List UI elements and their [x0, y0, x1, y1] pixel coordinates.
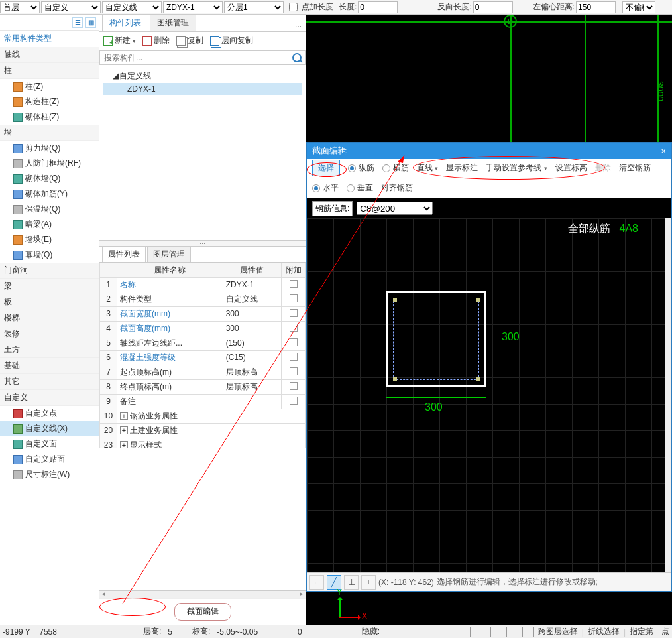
- nav-item[interactable]: 自定义点: [0, 406, 99, 421]
- footer-icon-1[interactable]: [459, 627, 471, 637]
- grid-view-icon[interactable]: ▦: [85, 17, 96, 28]
- show-dim-button[interactable]: 显示标注: [446, 162, 478, 174]
- extra-checkbox[interactable]: [290, 397, 298, 405]
- set-elevation-button[interactable]: 设置标高: [555, 162, 587, 174]
- extra-checkbox[interactable]: [290, 324, 298, 332]
- section-editor-titlebar[interactable]: 截面编辑 ×: [307, 143, 671, 159]
- nav-group[interactable]: 自定义: [0, 390, 99, 406]
- align-rebar-button[interactable]: 对齐钢筋: [381, 182, 413, 194]
- nav-group[interactable]: 梁: [0, 279, 99, 294]
- vertical-radio[interactable]: 垂直: [347, 182, 373, 194]
- nav-item[interactable]: 砌体墙(Q): [0, 171, 99, 186]
- extra-checkbox[interactable]: [290, 309, 298, 317]
- extra-checkbox[interactable]: [290, 382, 298, 390]
- snap-endpoint-icon[interactable]: ⌐: [309, 575, 324, 590]
- layer-select[interactable]: 分层1: [224, 1, 284, 13]
- extra-checkbox[interactable]: [290, 367, 298, 375]
- tab-layer-mgmt[interactable]: 图层管理: [147, 246, 191, 262]
- footer-cross-layer[interactable]: 跨图层选择: [538, 626, 578, 637]
- transverse-radio[interactable]: 横筋: [382, 162, 409, 174]
- table-row[interactable]: 10+钢筋业务属性: [100, 409, 306, 423]
- snap-add-icon[interactable]: +: [361, 575, 376, 590]
- search-input[interactable]: [99, 50, 306, 65]
- tree-child[interactable]: ZDYX-1: [103, 83, 302, 95]
- table-row[interactable]: 23+显示样式: [100, 438, 306, 448]
- table-row[interactable]: 4截面高度(mm)300: [100, 321, 306, 336]
- close-icon[interactable]: ×: [661, 146, 666, 156]
- panel-collapse-icon[interactable]: ⋯: [291, 21, 306, 31]
- extra-checkbox[interactable]: [290, 294, 298, 302]
- new-button[interactable]: 新建▾: [103, 35, 136, 46]
- type-select[interactable]: 自定义线: [102, 1, 162, 13]
- extra-checkbox[interactable]: [290, 353, 298, 361]
- table-row[interactable]: 9备注: [100, 394, 306, 409]
- tab-component-list[interactable]: 构件列表: [102, 14, 148, 31]
- footer-poly-select[interactable]: 折线选择: [588, 626, 620, 637]
- search-icon[interactable]: [292, 53, 302, 62]
- horizontal-radio[interactable]: 水平: [312, 182, 339, 194]
- extra-checkbox[interactable]: [290, 338, 298, 346]
- list-view-icon[interactable]: ☰: [72, 17, 83, 28]
- nav-group[interactable]: 墙: [0, 125, 99, 141]
- section-edit-button[interactable]: 截面编辑: [174, 603, 231, 621]
- nav-group[interactable]: 其它: [0, 374, 99, 390]
- cad-viewport-top[interactable]: D 3000: [306, 15, 672, 142]
- nav-item[interactable]: 砌体加筋(Y): [0, 186, 99, 202]
- nav-group[interactable]: 柱: [0, 63, 99, 79]
- delete-rebar-button[interactable]: 删除: [595, 162, 611, 174]
- table-row[interactable]: 20+土建业务属性: [100, 423, 306, 438]
- component-select[interactable]: ZDYX-1: [163, 1, 223, 13]
- snap-perp-icon[interactable]: ⊥: [344, 575, 359, 590]
- nav-item[interactable]: 自定义贴面: [0, 452, 99, 467]
- table-row[interactable]: 2构件类型自定义线: [100, 292, 306, 306]
- table-row[interactable]: 1名称ZDYX-1: [100, 277, 306, 292]
- nav-group[interactable]: 板: [0, 294, 99, 310]
- manual-ref-button[interactable]: 手动设置参考线 ▾: [486, 162, 547, 174]
- no-offset-select[interactable]: 不偏移: [622, 1, 655, 13]
- table-row[interactable]: 6混凝土强度等级(C15): [100, 350, 306, 365]
- nav-item[interactable]: 剪力墙(Q): [0, 141, 99, 156]
- longitudinal-radio[interactable]: 纵筋: [348, 162, 374, 174]
- tree-root[interactable]: ◢自定义线: [103, 69, 302, 83]
- footer-icon-5[interactable]: [522, 627, 534, 637]
- footer-icon-2[interactable]: [475, 627, 486, 637]
- footer-icon-3[interactable]: [490, 627, 502, 637]
- point-length-checkbox[interactable]: [289, 3, 298, 11]
- delete-button[interactable]: 删除: [142, 35, 170, 46]
- canvas-vscroll[interactable]: [665, 218, 671, 572]
- nav-item[interactable]: 尺寸标注(W): [0, 467, 99, 482]
- tab-properties[interactable]: 属性列表: [102, 246, 146, 262]
- nav-item[interactable]: 暗梁(A): [0, 217, 99, 232]
- nav-group[interactable]: 楼梯: [0, 310, 99, 326]
- nav-group[interactable]: 装修: [0, 326, 99, 342]
- nav-item[interactable]: 构造柱(Z): [0, 94, 99, 109]
- section-canvas[interactable]: 全部纵筋 4A8 300 300: [307, 218, 665, 572]
- nav-item[interactable]: 柱(Z): [0, 79, 99, 94]
- nav-group[interactable]: 轴线: [0, 47, 99, 63]
- nav-item[interactable]: 幕墙(Q): [0, 247, 99, 263]
- layer-copy-button[interactable]: 层间复制: [210, 35, 253, 46]
- nav-item[interactable]: 砌体柱(Z): [0, 109, 99, 125]
- nav-group[interactable]: 基础: [0, 358, 99, 374]
- footer-icon-4[interactable]: [506, 627, 518, 637]
- length-input[interactable]: [358, 1, 398, 13]
- table-row[interactable]: 8终点顶标高(m)层顶标高: [100, 379, 306, 394]
- nav-item[interactable]: 自定义线(X): [0, 421, 99, 436]
- category-select[interactable]: 自定义: [41, 1, 101, 13]
- h-scrollbar[interactable]: [99, 590, 306, 598]
- nav-item[interactable]: 自定义面: [0, 436, 99, 452]
- table-row[interactable]: 3截面宽度(mm)300: [100, 306, 306, 321]
- extra-checkbox[interactable]: [290, 280, 298, 288]
- copy-button[interactable]: 复制: [176, 35, 203, 46]
- cad-viewport-bottom[interactable]: Y X: [306, 592, 672, 625]
- tab-drawing-mgmt[interactable]: 图纸管理: [150, 14, 196, 31]
- nav-item[interactable]: 墙垛(E): [0, 232, 99, 247]
- floor-select[interactable]: 首层: [0, 1, 40, 13]
- line-button[interactable]: 直线 ▾: [417, 162, 438, 174]
- select-button[interactable]: 选择: [312, 160, 340, 176]
- reverse-length-input[interactable]: [473, 1, 513, 13]
- table-row[interactable]: 5轴线距左边线距...(150): [100, 336, 306, 350]
- nav-item[interactable]: 人防门框墙(RF): [0, 156, 99, 171]
- rebar-info-select[interactable]: C8@200: [357, 202, 433, 215]
- offset-input[interactable]: [576, 1, 616, 13]
